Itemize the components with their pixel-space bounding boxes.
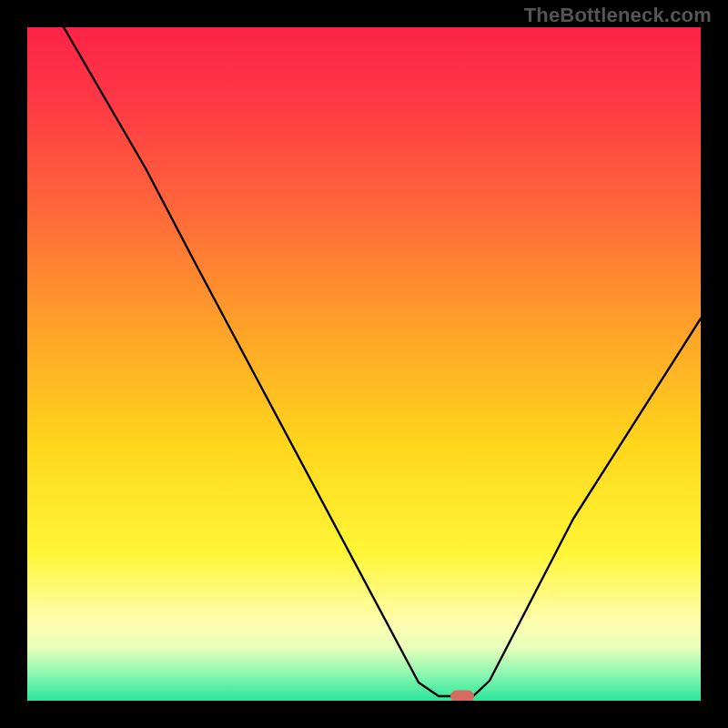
bottleneck-curve (27, 27, 701, 701)
curve-path (64, 27, 701, 696)
plot-area (27, 27, 701, 701)
optimal-point-marker (450, 691, 474, 702)
watermark-text: TheBottleneck.com (524, 4, 712, 27)
chart-frame: TheBottleneck.com (0, 0, 728, 728)
